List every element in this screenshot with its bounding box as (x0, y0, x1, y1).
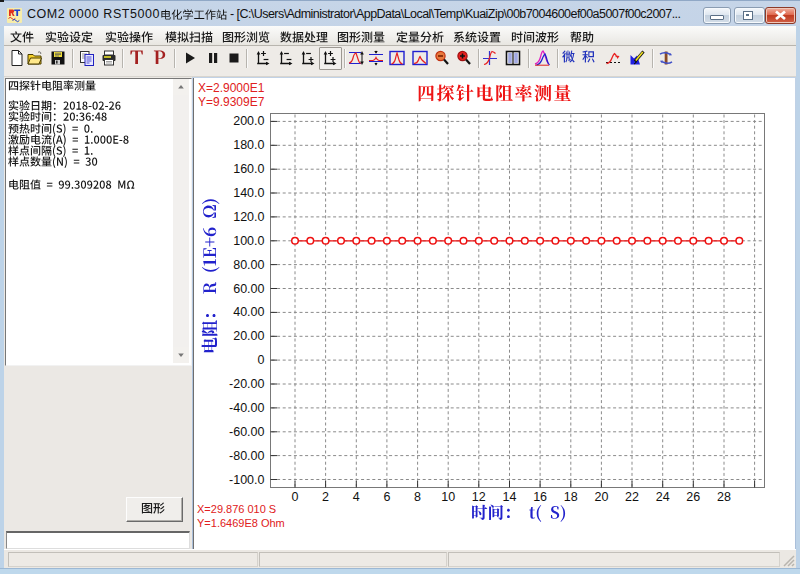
svg-text:28: 28 (717, 490, 731, 504)
svg-text:20: 20 (594, 490, 608, 504)
svg-text:16: 16 (533, 490, 547, 504)
svg-text:-80.00: -80.00 (229, 449, 264, 463)
svg-text:12: 12 (472, 490, 486, 504)
svg-text:2: 2 (322, 490, 329, 504)
svg-text:80.00: 80.00 (233, 258, 264, 272)
svg-text:20.00: 20.00 (233, 329, 264, 343)
svg-text:160.0: 160.0 (233, 162, 264, 176)
svg-text:-100.0: -100.0 (229, 473, 264, 487)
svg-text:100.0: 100.0 (233, 234, 264, 248)
svg-text:14: 14 (503, 490, 517, 504)
svg-text:60.00: 60.00 (233, 282, 264, 296)
svg-text:24: 24 (656, 490, 670, 504)
svg-text:18: 18 (564, 490, 578, 504)
svg-text:4: 4 (353, 490, 360, 504)
svg-text:10: 10 (441, 490, 455, 504)
svg-text:-20.00: -20.00 (229, 377, 264, 391)
svg-text:180.0: 180.0 (233, 138, 264, 152)
svg-text:0: 0 (292, 490, 299, 504)
svg-text:22: 22 (625, 490, 639, 504)
svg-text:6: 6 (383, 490, 390, 504)
svg-text:8: 8 (414, 490, 421, 504)
svg-text:26: 26 (686, 490, 700, 504)
svg-text:0: 0 (258, 353, 265, 367)
svg-text:120.0: 120.0 (233, 210, 264, 224)
svg-text:-60.00: -60.00 (229, 425, 264, 439)
svg-text:140.0: 140.0 (233, 186, 264, 200)
svg-text:-40.00: -40.00 (229, 401, 264, 415)
svg-text:200.0: 200.0 (233, 114, 264, 128)
svg-text:40.00: 40.00 (233, 305, 264, 319)
